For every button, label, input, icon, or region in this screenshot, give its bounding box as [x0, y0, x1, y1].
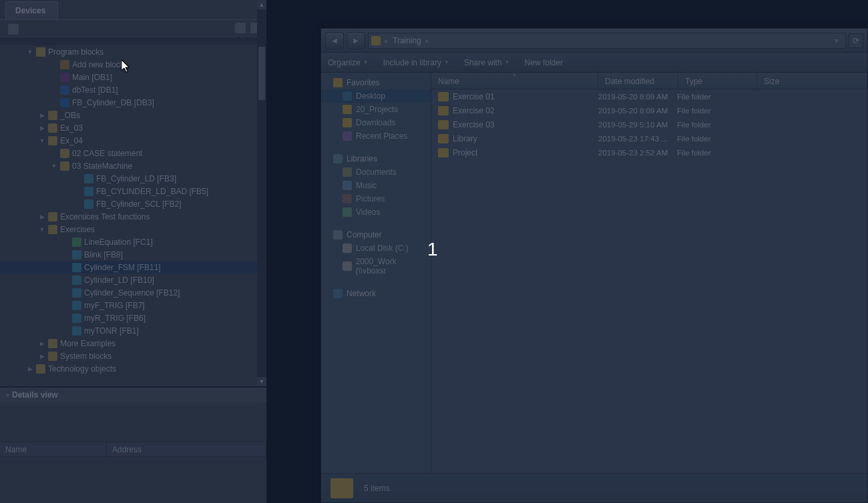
tree-item-icon: [60, 98, 69, 107]
file-row[interactable]: Library2019-05-23 17:43 ...File folder: [431, 131, 867, 145]
tree-node[interactable]: ▶More Examples: [0, 337, 257, 350]
tree-twist-icon[interactable]: ▼: [39, 226, 45, 233]
nav-documents[interactable]: Documents: [321, 165, 431, 179]
tree-node[interactable]: Cylinder_LD [FB10]: [0, 274, 257, 286]
scroll-down-icon[interactable]: ▼: [257, 377, 266, 386]
tree-twist-icon[interactable]: ▶: [39, 353, 45, 360]
network-icon: [333, 289, 343, 298]
tree-node[interactable]: myR_TRIG [FB6]: [0, 312, 257, 324]
scroll-thumb[interactable]: [258, 47, 265, 100]
tree-item-label: dbTest [DB1]: [72, 85, 118, 95]
details-header[interactable]: ▾ Details view: [0, 388, 266, 402]
tree-node[interactable]: Cylinder_Sequence [FB12]: [0, 286, 257, 299]
nav-local-disk[interactable]: Local Disk (C:): [321, 241, 431, 255]
tree-node[interactable]: myTONR [FB1]: [0, 324, 257, 337]
breadcrumb-item[interactable]: Training: [393, 36, 421, 45]
tree-node[interactable]: Blink [FB8]: [0, 248, 257, 261]
tree-scrollbar[interactable]: ▲ ▼: [257, 0, 266, 386]
breadcrumb-dropdown-icon[interactable]: ▾: [831, 36, 843, 45]
network-group[interactable]: Network: [321, 287, 431, 300]
file-row[interactable]: Exercise 012019-05-20 8:09 AMFile folder: [431, 89, 867, 103]
tree-node[interactable]: 02 CASE statement: [0, 147, 257, 159]
favorites-group[interactable]: Favorites: [321, 76, 431, 89]
tree-twist-icon[interactable]: ▶: [39, 125, 45, 131]
tab-strip: Devices: [0, 0, 266, 20]
tree-node[interactable]: ▼Program blocks: [0, 45, 257, 58]
col-address[interactable]: Address: [107, 442, 266, 456]
tree-item-icon: [84, 174, 93, 183]
devices-toolbar: [0, 20, 266, 39]
tree-node[interactable]: ▶Ex_03: [0, 121, 257, 134]
breadcrumb[interactable]: ▸ Training ▸ ▾: [368, 33, 846, 49]
refresh-button[interactable]: ⟳: [849, 33, 863, 48]
tree-node[interactable]: dbTest [DB1]: [0, 83, 257, 96]
col-date[interactable]: Date modified: [598, 73, 678, 89]
nav-network-drive[interactable]: 2000_Work (\\vboxsr: [321, 255, 431, 278]
toolbar-icon-list[interactable]: [235, 23, 246, 33]
nav-20-projects[interactable]: 20_Projects: [321, 103, 431, 116]
col-name[interactable]: Name: [431, 73, 598, 89]
organize-button[interactable]: Organize▼: [328, 58, 369, 67]
nav-recent-places[interactable]: Recent Places: [321, 129, 431, 143]
tree-node[interactable]: ▼Exercises: [0, 223, 257, 235]
scroll-up-icon[interactable]: ▲: [257, 0, 266, 9]
tree-twist-icon[interactable]: ▼: [27, 49, 33, 55]
tree-node[interactable]: ▶_OBs: [0, 109, 257, 121]
file-name: Exercise 01: [453, 92, 598, 101]
tree-node[interactable]: ▶System blocks: [0, 350, 257, 362]
tree-node[interactable]: ▼Ex_04: [0, 134, 257, 147]
tree-node[interactable]: ▶Technology objects: [0, 362, 257, 375]
tree-item-label: System blocks: [60, 352, 112, 361]
nav-pictures[interactable]: Pictures: [321, 192, 431, 205]
nav-desktop[interactable]: Desktop: [321, 89, 431, 103]
tree-item-icon: [72, 263, 81, 272]
project-tree[interactable]: ▼Program blocksAdd new blockMain [OB1]db…: [0, 45, 257, 386]
libraries-group[interactable]: Libraries: [321, 152, 431, 165]
tree-item-label: Blink [FB8]: [84, 250, 123, 260]
new-folder-button[interactable]: New folder: [525, 58, 563, 67]
tree-node[interactable]: LineEquation [FC1]: [0, 235, 257, 248]
tree-twist-icon[interactable]: ▼: [39, 137, 45, 144]
tree-item-label: myR_TRIG [FB6]: [84, 314, 146, 323]
nav-music[interactable]: Music: [321, 179, 431, 192]
tia-devices-panel: Devices ▼Program blocksAdd new blockMain…: [0, 0, 267, 503]
forward-button[interactable]: ►: [347, 32, 365, 49]
col-size[interactable]: Size: [757, 73, 867, 89]
include-in-library-button[interactable]: Include in library▼: [383, 58, 449, 67]
folder-large-icon: [331, 478, 353, 498]
tree-node[interactable]: Cylinder_FSM [FB11]: [0, 261, 257, 274]
back-button[interactable]: ◄: [325, 32, 344, 49]
col-type[interactable]: Type: [678, 73, 757, 89]
toolbar-icon-left[interactable]: [8, 24, 19, 35]
nav-videos[interactable]: Videos: [321, 205, 431, 219]
folder-icon: [438, 92, 449, 101]
tree-item-icon: [84, 187, 93, 196]
tree-item-icon: [72, 301, 81, 310]
navigation-pane[interactable]: Favorites Desktop 20_Projects Downloads …: [321, 73, 431, 473]
tree-twist-icon[interactable]: ▼: [51, 163, 57, 169]
file-row[interactable]: Exercise 022019-05-20 8:09 AMFile folder: [431, 103, 867, 117]
tree-item-label: Technology objects: [48, 364, 116, 374]
videos-icon: [343, 207, 352, 217]
tree-node[interactable]: FB_Cylinder_LD [FB3]: [0, 172, 257, 185]
tree-twist-icon[interactable]: ▶: [39, 213, 45, 220]
file-row[interactable]: Exercise 032019-05-29 5:10 AMFile folder: [431, 117, 867, 131]
tree-node[interactable]: FB_Cylinder_SCL [FB2]: [0, 197, 257, 210]
tree-twist-icon[interactable]: ▶: [27, 366, 33, 372]
tree-node[interactable]: FB_Cylinder_DB [DB3]: [0, 96, 257, 109]
file-list-pane[interactable]: Name Date modified Type Size Exercise 01…: [431, 73, 867, 473]
tree-node[interactable]: FB_CYLINDER_LD_BAD [FB5]: [0, 185, 257, 197]
file-name: Project: [453, 148, 598, 157]
tree-node[interactable]: myF_TRIG [FB7]: [0, 299, 257, 312]
tab-devices[interactable]: Devices: [5, 1, 58, 19]
tree-twist-icon[interactable]: ▶: [39, 112, 45, 119]
share-with-button[interactable]: Share with▼: [464, 58, 510, 67]
tree-node[interactable]: ▼03 StateMachine: [0, 159, 257, 172]
file-row[interactable]: Project2019-05-23 2:52 AMFile folder: [431, 145, 867, 159]
computer-group[interactable]: Computer: [321, 228, 431, 241]
nav-downloads[interactable]: Downloads: [321, 116, 431, 129]
tree-item-icon: [48, 111, 57, 120]
col-name[interactable]: Name: [0, 442, 107, 456]
tree-node[interactable]: ▶Excersices Test functions: [0, 210, 257, 223]
tree-twist-icon[interactable]: ▶: [39, 340, 45, 347]
